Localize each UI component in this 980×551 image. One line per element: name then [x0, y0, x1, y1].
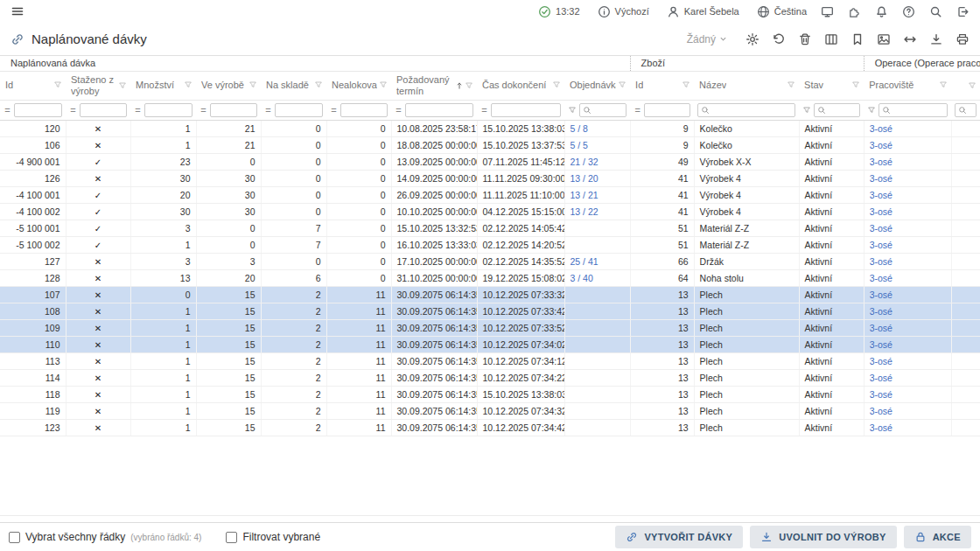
table-row[interactable]: -4 100 001✓20300026.09.2025 00:00:0011.1…: [0, 186, 980, 203]
extensions-icon[interactable]: [848, 5, 861, 18]
filter-operator-icon[interactable]: =: [634, 105, 641, 115]
workplace-link[interactable]: 3-osé: [870, 173, 892, 184]
header-filter-icon[interactable]: [184, 80, 192, 89]
order-link[interactable]: 25 / 41: [570, 256, 598, 267]
column-header-extra[interactable]: [951, 71, 980, 100]
order-link[interactable]: 13 / 22: [570, 206, 598, 217]
column-header-id[interactable]: Id: [0, 71, 66, 100]
language-selector[interactable]: Čeština: [757, 5, 807, 18]
user-menu[interactable]: Karel Šebela: [667, 5, 739, 18]
filter-funnel-icon[interactable]: [867, 106, 876, 115]
header-filter-icon[interactable]: [465, 81, 473, 90]
search-icon[interactable]: [929, 5, 942, 18]
header-filter-icon[interactable]: [939, 80, 948, 89]
table-row[interactable]: 127✕330017.10.2025 00:00:0002.12.2025 14…: [0, 253, 980, 269]
export-icon[interactable]: [929, 32, 943, 46]
order-link[interactable]: 3 / 40: [570, 273, 593, 283]
header-filter-icon[interactable]: [787, 80, 795, 89]
filter-input-extra[interactable]: [969, 104, 976, 116]
table-row[interactable]: 128✕13206031.10.2025 00:00:0019.12.2025 …: [0, 269, 980, 286]
workplace-link[interactable]: 3-osé: [870, 289, 892, 300]
workplace-link[interactable]: 3-osé: [870, 223, 892, 234]
order-link[interactable]: 13 / 21: [570, 190, 598, 200]
help-icon[interactable]: [902, 5, 915, 18]
notifications-icon[interactable]: [875, 5, 888, 18]
header-filter-icon[interactable]: [682, 80, 690, 89]
workplace-link[interactable]: 3-osé: [870, 273, 892, 283]
header-filter-icon[interactable]: [851, 80, 860, 89]
filter-input-in_production[interactable]: [210, 103, 257, 117]
filter-operator-icon[interactable]: =: [264, 105, 272, 115]
workplace-link[interactable]: 3-osé: [870, 389, 892, 400]
checkbox-icon[interactable]: [9, 532, 20, 543]
table-row[interactable]: 106✕1210018.08.2025 00:00:0015.10.2025 1…: [0, 136, 980, 153]
menu-icon[interactable]: [10, 4, 24, 18]
filter-operator-icon[interactable]: =: [200, 105, 207, 115]
filter-input-on_stock[interactable]: [275, 103, 323, 117]
workplace-link[interactable]: 3-osé: [870, 356, 892, 366]
display-icon[interactable]: [821, 5, 834, 18]
filter-operator-icon[interactable]: =: [330, 105, 338, 115]
column-header-workplace[interactable]: Pracoviště: [864, 71, 951, 100]
table-row[interactable]: 113✕11521130.09.2075 06:14:3510.12.2025 …: [0, 352, 980, 369]
view-selector[interactable]: Žádný: [687, 33, 728, 45]
workplace-link[interactable]: 3-osé: [870, 323, 892, 333]
image-export-icon[interactable]: [877, 32, 891, 46]
filter-input-unallocated[interactable]: [340, 103, 388, 117]
filter-input-finish_time[interactable]: [491, 103, 561, 117]
column-header-item_name[interactable]: Název: [694, 71, 799, 100]
filter-input-qty[interactable]: [144, 103, 192, 117]
table-row[interactable]: 108✕11521130.09.2075 06:14:3510.12.2025 …: [0, 303, 980, 319]
table-row[interactable]: -5 100 002✓107016.10.2025 13:33:0302.12.…: [0, 236, 980, 253]
bookmark-icon[interactable]: [850, 32, 864, 46]
workplace-link[interactable]: 3-osé: [870, 206, 892, 217]
table-row[interactable]: 114✕11521130.09.2075 06:14:3510.12.2025 …: [0, 369, 980, 386]
print-icon[interactable]: [956, 32, 970, 46]
release-to-production-button[interactable]: UVOLNIT DO VÝROBY: [750, 526, 896, 548]
header-filter-icon[interactable]: [379, 80, 388, 89]
filter-operator-icon[interactable]: =: [395, 105, 402, 115]
table-row[interactable]: 110✕11521130.09.2075 06:14:3510.12.2025 …: [0, 336, 980, 352]
settings-icon[interactable]: [746, 32, 760, 46]
workplace-link[interactable]: 3-osé: [870, 306, 892, 317]
column-header-unallocated[interactable]: Nealokované: [326, 71, 391, 100]
column-header-in_production[interactable]: Ve výrobě: [196, 71, 261, 100]
filter-selected[interactable]: Filtrovat vybrané: [226, 531, 320, 543]
column-header-qty[interactable]: Množství: [130, 71, 196, 100]
table-row[interactable]: -4 100 002✓30300010.10.2025 00:00:0004.1…: [0, 203, 980, 220]
header-filter-icon[interactable]: [118, 81, 127, 90]
filter-input-item_id[interactable]: [644, 103, 690, 117]
column-header-on_stock[interactable]: Na skladě: [261, 71, 326, 100]
table-row[interactable]: -4 900 001✓2300013.09.2025 00:00:0007.11…: [0, 153, 980, 170]
filter-input-pulled[interactable]: [80, 103, 127, 117]
table-row[interactable]: 123✕11521130.09.2075 06:14:3510.12.2025 …: [0, 419, 980, 436]
table-row[interactable]: 120✕1210010.08.2025 23:58:1715.10.2025 1…: [0, 120, 980, 136]
column-header-order[interactable]: Objednávka: [564, 71, 630, 100]
table-row[interactable]: 107✕01521130.09.2075 06:14:3510.12.2025 …: [0, 286, 980, 303]
header-filter-icon[interactable]: [618, 80, 626, 89]
select-all-rows[interactable]: Vybrat všechny řádky (vybráno řádků: 4): [9, 531, 201, 543]
table-row[interactable]: 119✕11521130.09.2075 06:14:3510.12.2025 …: [0, 402, 980, 419]
filter-operator-icon[interactable]: =: [480, 105, 488, 115]
order-link[interactable]: 5 / 5: [570, 140, 588, 150]
column-chooser-icon[interactable]: [824, 32, 838, 46]
filter-input-id[interactable]: [14, 103, 62, 117]
filter-input-order[interactable]: [593, 104, 626, 116]
delete-icon[interactable]: [798, 32, 812, 46]
column-header-due_date[interactable]: Požadovaný termín: [391, 71, 477, 100]
workplace-link[interactable]: 3-osé: [870, 157, 892, 167]
expand-columns-icon[interactable]: [903, 32, 917, 46]
column-header-finish_time[interactable]: Čas dokončení: [477, 71, 564, 100]
status-time[interactable]: 13:32: [538, 5, 580, 18]
header-filter-icon[interactable]: [552, 80, 561, 89]
filter-input-item_name[interactable]: [711, 104, 794, 116]
workplace-link[interactable]: 3-osé: [870, 373, 892, 383]
column-header-pulled[interactable]: Staženo z výroby: [66, 71, 130, 100]
undo-icon[interactable]: [772, 32, 786, 46]
order-link[interactable]: 13 / 20: [570, 173, 598, 184]
logout-icon[interactable]: [956, 5, 970, 18]
filter-operator-icon[interactable]: =: [134, 105, 142, 115]
header-filter-icon[interactable]: [248, 80, 257, 89]
workplace-link[interactable]: 3-osé: [870, 240, 892, 250]
link-icon[interactable]: [10, 32, 24, 46]
